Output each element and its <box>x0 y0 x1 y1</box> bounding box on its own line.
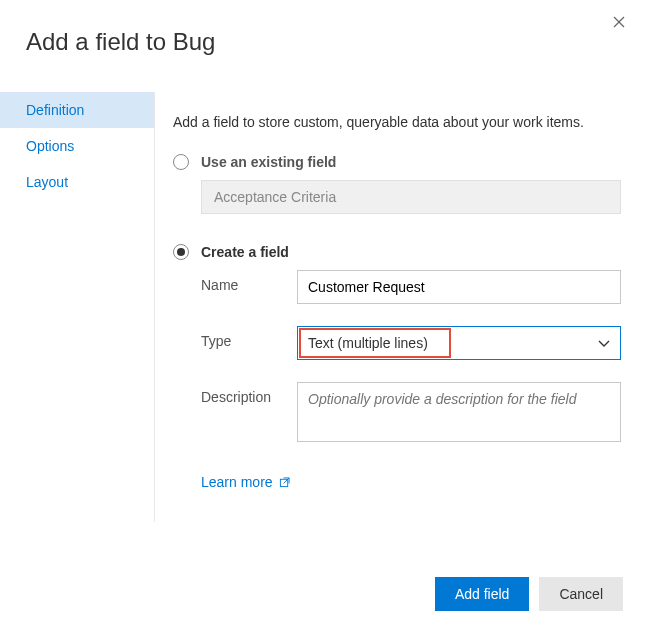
add-field-dialog: Add a field to Bug Definition Options La… <box>0 0 645 631</box>
intro-text: Add a field to store custom, queryable d… <box>173 114 621 130</box>
radio-create-row: Create a field <box>173 244 621 260</box>
type-select-wrapper: Text (multiple lines) <box>297 326 621 360</box>
chevron-down-icon <box>598 335 610 351</box>
description-label: Description <box>201 382 297 405</box>
type-select[interactable]: Text (multiple lines) <box>297 326 621 360</box>
existing-field-value: Acceptance Criteria <box>214 189 336 205</box>
sidebar-item-label: Layout <box>26 174 68 190</box>
learn-more-label: Learn more <box>201 474 273 490</box>
type-label: Type <box>201 326 297 349</box>
existing-field-input: Acceptance Criteria <box>201 180 621 214</box>
radio-use-existing[interactable] <box>173 154 189 170</box>
existing-field-block: Acceptance Criteria <box>201 180 621 214</box>
name-input[interactable] <box>297 270 621 304</box>
sidebar-item-label: Definition <box>26 102 84 118</box>
type-select-value: Text (multiple lines) <box>308 335 428 351</box>
create-field-block: Name Type Text (multiple lines) <box>201 270 621 490</box>
add-field-button[interactable]: Add field <box>435 577 529 611</box>
name-label: Name <box>201 270 297 293</box>
dialog-title: Add a field to Bug <box>0 0 645 56</box>
dialog-footer: Add field Cancel <box>435 577 623 611</box>
content-pane: Add a field to store custom, queryable d… <box>155 92 645 522</box>
name-row: Name <box>201 270 621 304</box>
close-icon <box>613 16 625 28</box>
external-link-icon <box>279 477 290 488</box>
svg-line-3 <box>283 477 289 483</box>
sidebar-item-label: Options <box>26 138 74 154</box>
radio-use-existing-label: Use an existing field <box>201 154 336 170</box>
sidebar: Definition Options Layout <box>0 92 155 522</box>
dialog-body: Definition Options Layout Add a field to… <box>0 92 645 522</box>
sidebar-item-options[interactable]: Options <box>0 128 154 164</box>
radio-create-field-label: Create a field <box>201 244 289 260</box>
type-row: Type Text (multiple lines) <box>201 326 621 360</box>
sidebar-item-layout[interactable]: Layout <box>0 164 154 200</box>
sidebar-item-definition[interactable]: Definition <box>0 92 154 128</box>
description-row: Description <box>201 382 621 442</box>
learn-more-link[interactable]: Learn more <box>201 474 290 490</box>
close-button[interactable] <box>609 12 629 32</box>
radio-existing-row: Use an existing field <box>173 154 621 170</box>
cancel-button[interactable]: Cancel <box>539 577 623 611</box>
radio-create-field[interactable] <box>173 244 189 260</box>
description-input[interactable] <box>297 382 621 442</box>
